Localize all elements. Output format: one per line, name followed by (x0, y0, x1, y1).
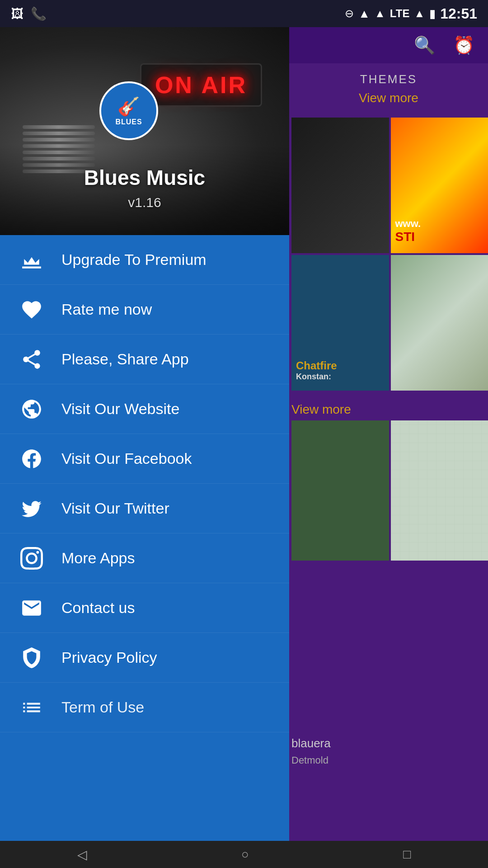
crown-icon (18, 246, 45, 274)
menu-item-facebook[interactable]: Visit Our Facebook (0, 434, 289, 484)
status-left-icons: 🖼 📞 (11, 6, 47, 21)
right-bottom-sub: Detmold (291, 755, 328, 766)
facebook-icon (18, 445, 45, 472)
battery-icon: ▮ (429, 7, 436, 21)
upgrade-label: Upgrade To Premium (61, 251, 206, 269)
recent-button[interactable]: □ (403, 847, 411, 862)
website-label: Visit Our Website (61, 400, 179, 418)
instagram-icon (18, 545, 45, 572)
status-bar: 🖼 📞 ⊖ ▲ ▲ LTE ▲ ▮ 12:51 (0, 0, 488, 27)
drawer-header: ON AIR 🎸 BLUES Blues Music v1.16 (0, 27, 289, 235)
menu-item-upgrade[interactable]: Upgrade To Premium (0, 235, 289, 285)
lte-label: LTE (390, 7, 410, 20)
drawer: ON AIR 🎸 BLUES Blues Music v1.16 Upgrade… (0, 27, 289, 841)
menu-item-privacy[interactable]: Privacy Policy (0, 633, 289, 683)
more-apps-label: More Apps (61, 549, 135, 567)
guitar-icon: 🎸 (117, 96, 140, 117)
drawer-menu: Upgrade To Premium Rate me now Please, S… (0, 235, 289, 841)
terms-label: Term of Use (61, 698, 144, 716)
bg-topbar: 🔍 ⏰ (289, 27, 488, 63)
on-air-text: ON AIR (155, 72, 247, 98)
share-label: Please, Share App (61, 350, 189, 368)
card2-text: www. STI (395, 218, 421, 244)
themes-section: THEMES View more (289, 63, 488, 121)
view-more-2[interactable]: View more (291, 402, 351, 417)
phone-icon: 📞 (31, 6, 47, 21)
heart-icon (18, 296, 45, 323)
card3-text: Chatfire Konstan: (296, 359, 337, 382)
menu-item-contact[interactable]: Contact us (0, 583, 289, 633)
status-right-icons: ⊖ ▲ ▲ LTE ▲ ▮ 12:51 (345, 5, 477, 22)
email-icon (18, 594, 45, 622)
contact-label: Contact us (61, 599, 135, 617)
globe-icon (18, 396, 45, 423)
thumb-grid-2 (291, 420, 488, 561)
thumb-card-3[interactable]: Chatfire Konstan: (291, 255, 389, 391)
menu-item-rate[interactable]: Rate me now (0, 285, 289, 335)
privacy-label: Privacy Policy (61, 649, 157, 666)
rate-label: Rate me now (61, 301, 152, 318)
signal-icon: ▲ (375, 7, 385, 20)
menu-item-twitter[interactable]: Visit Our Twitter (0, 484, 289, 533)
signal2-icon: ▲ (414, 7, 425, 20)
thumb-grid: www. STI Chatfire Konstan: (291, 118, 488, 391)
back-button[interactable]: ◁ (77, 847, 87, 862)
menu-item-more-apps[interactable]: More Apps (0, 533, 289, 583)
menu-item-share[interactable]: Please, Share App (0, 335, 289, 384)
thumb-card-1[interactable] (291, 118, 389, 253)
search-icon[interactable]: 🔍 (414, 35, 435, 55)
app-name: Blues Music (0, 165, 289, 190)
app-logo: 🎸 BLUES (99, 81, 158, 140)
facebook-label: Visit Our Facebook (61, 450, 192, 467)
thumb-card-6[interactable] (391, 420, 488, 561)
twitter-label: Visit Our Twitter (61, 500, 169, 517)
app-version: v1.16 (0, 195, 289, 210)
photo-icon: 🖼 (11, 6, 23, 21)
clock-icon[interactable]: ⏰ (453, 35, 474, 55)
menu-item-website[interactable]: Visit Our Website (0, 384, 289, 434)
right-bottom-label: blauerа (291, 736, 331, 750)
on-air-sign: ON AIR (140, 63, 262, 107)
minus-icon: ⊖ (345, 7, 354, 20)
share-icon (18, 346, 45, 373)
twitter-icon (18, 495, 45, 522)
wifi-icon: ▲ (358, 7, 370, 21)
list-icon (18, 694, 45, 721)
thumb-card-2[interactable]: www. STI (391, 118, 488, 253)
menu-item-terms[interactable]: Term of Use (0, 683, 289, 732)
shield-icon (18, 644, 45, 671)
header-overlay (0, 145, 289, 235)
logo-label: BLUES (115, 118, 142, 126)
themes-label: THEMES (298, 72, 479, 86)
time-display: 12:51 (440, 5, 477, 22)
thumb-card-5[interactable] (291, 420, 389, 561)
view-more-1[interactable]: View more (298, 91, 479, 105)
thumb-card-4[interactable] (391, 255, 488, 391)
home-button[interactable]: ○ (241, 847, 249, 862)
navigation-bar: ◁ ○ □ (0, 841, 488, 868)
